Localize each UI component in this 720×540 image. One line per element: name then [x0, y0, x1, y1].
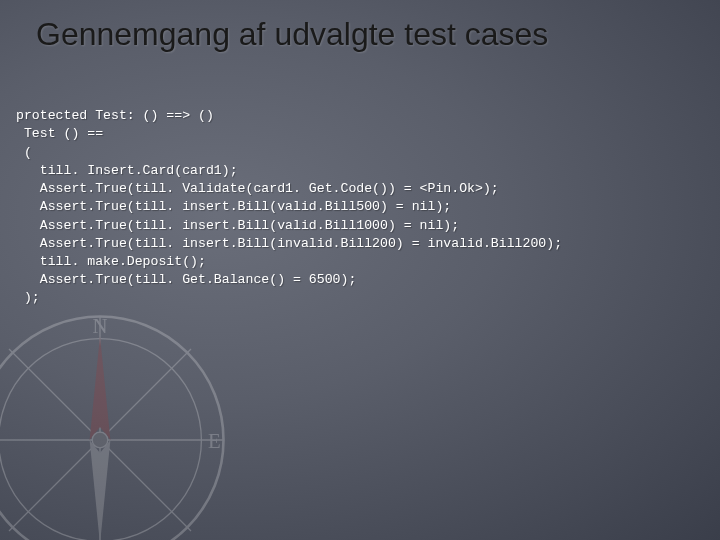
- compass-graphic: N S E W: [0, 310, 230, 540]
- slide-container: Gennemgang af udvalgte test cases protec…: [0, 0, 720, 540]
- code-line: );: [16, 290, 40, 305]
- code-line: Assert.True(till. insert.Bill(invalid.Bi…: [16, 236, 562, 251]
- code-line: (: [16, 145, 32, 160]
- svg-marker-7: [90, 440, 111, 540]
- code-line: protected Test: () ==> (): [16, 108, 214, 123]
- code-line: till. make.Deposit();: [16, 254, 206, 269]
- code-line: Assert.True(till. insert.Bill(valid.Bill…: [16, 199, 451, 214]
- code-line: Assert.True(till. insert.Bill(valid.Bill…: [16, 218, 459, 233]
- code-block: protected Test: () ==> () Test () == ( t…: [0, 65, 720, 326]
- code-line: Assert.True(till. Get.Balance() = 6500);: [16, 272, 356, 287]
- code-line: Assert.True(till. Validate(card1. Get.Co…: [16, 181, 499, 196]
- svg-point-1: [0, 339, 201, 540]
- code-line: till. Insert.Card(card1);: [16, 163, 238, 178]
- svg-marker-6: [90, 336, 111, 440]
- svg-point-12: [92, 432, 108, 448]
- slide-title: Gennemgang af udvalgte test cases: [0, 0, 720, 65]
- svg-point-0: [0, 317, 224, 541]
- svg-text:E: E: [208, 429, 221, 452]
- code-line: Test () ==: [16, 126, 103, 141]
- svg-line-5: [9, 349, 191, 531]
- svg-line-4: [9, 349, 191, 531]
